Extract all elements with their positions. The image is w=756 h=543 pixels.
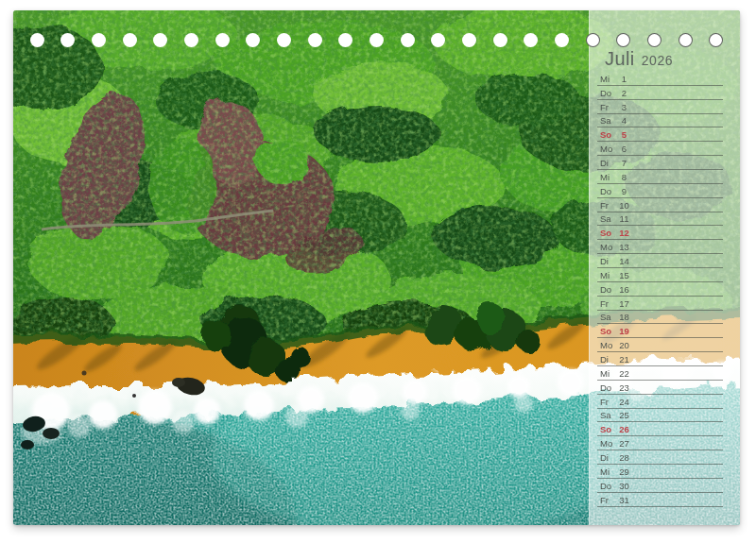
weekday-label: Fr: [600, 495, 616, 505]
binding-hole: [647, 33, 662, 47]
day-number: 17: [616, 298, 632, 309]
binding-holes: [13, 10, 740, 67]
binding-hole: [30, 33, 44, 47]
date-panel: Juli 2026 Mi 1 Do 2 Fr 3 Sa 4 So: [589, 10, 740, 525]
day-number: 27: [616, 438, 632, 449]
day-number: 24: [616, 397, 632, 407]
day-row: Mi 22: [597, 366, 723, 381]
weekday-label: Fr: [600, 200, 616, 211]
day-number: 22: [616, 368, 632, 379]
day-number: 8: [616, 172, 632, 182]
weekday-label: Di: [600, 158, 616, 168]
binding-hole: [215, 33, 230, 47]
day-number: 1: [616, 74, 632, 84]
day-row: Sa 25: [597, 409, 723, 423]
day-number: 5: [616, 129, 632, 140]
weekday-label: So: [600, 228, 616, 238]
day-row: So 26: [597, 422, 723, 436]
day-number: 3: [616, 102, 632, 112]
day-row: Sa 4: [597, 114, 723, 128]
weekday-label: Mo: [600, 242, 616, 252]
binding-hole: [493, 33, 507, 47]
weekday-label: Mi: [600, 172, 616, 182]
binding-hole: [60, 33, 75, 47]
day-row: Di 14: [597, 254, 723, 268]
day-row: Sa 18: [597, 311, 723, 325]
weekday-label: Mi: [600, 467, 616, 477]
day-row: Fr 17: [597, 297, 723, 311]
day-row: Do 9: [597, 184, 723, 198]
weekday-label: Sa: [600, 312, 616, 322]
binding-hole: [308, 33, 322, 47]
day-number: 31: [616, 495, 632, 505]
weekday-label: So: [600, 129, 616, 140]
day-number: 19: [616, 326, 632, 336]
weekday-label: Do: [600, 186, 616, 196]
day-row: Fr 10: [597, 198, 723, 212]
binding-hole: [679, 33, 693, 47]
weekday-label: Do: [600, 284, 616, 295]
binding-hole: [555, 33, 569, 47]
day-number: 10: [616, 200, 632, 211]
weekday-label: Sa: [600, 115, 616, 126]
day-row: Mi 29: [597, 465, 723, 479]
day-row: Do 2: [597, 86, 723, 100]
day-row: So 19: [597, 324, 723, 338]
day-row: Do 23: [597, 381, 723, 395]
weekday-label: Mo: [600, 438, 616, 449]
day-row: Fr 3: [597, 100, 723, 114]
binding-hole: [246, 33, 260, 47]
day-row: Mo 27: [597, 436, 723, 450]
binding-hole: [401, 33, 415, 47]
binding-hole: [184, 33, 198, 47]
binding-hole: [123, 33, 137, 47]
weekday-label: So: [600, 424, 616, 434]
day-row: Mi 15: [597, 268, 723, 282]
weekday-label: Sa: [600, 213, 616, 224]
day-number: 30: [616, 481, 632, 491]
weekday-label: Di: [600, 256, 616, 266]
day-number: 23: [616, 382, 632, 393]
day-number: 21: [616, 354, 632, 365]
day-number: 15: [616, 270, 632, 280]
day-number: 6: [616, 144, 632, 154]
day-row: Fr 24: [597, 395, 723, 409]
weekday-label: Do: [600, 88, 616, 98]
day-number: 2: [616, 88, 632, 98]
weekday-label: Mo: [600, 144, 616, 154]
calendar-page: Juli 2026 Mi 1 Do 2 Fr 3 Sa 4 So: [13, 10, 740, 525]
day-row: So 12: [597, 226, 723, 240]
day-number: 25: [616, 410, 632, 420]
day-row: Mi 1: [597, 72, 723, 86]
binding-hole: [277, 33, 291, 47]
weekday-label: Fr: [600, 102, 616, 112]
weekday-label: Mi: [600, 270, 616, 280]
day-number: 29: [616, 467, 632, 477]
binding-hole: [153, 33, 167, 47]
day-number: 7: [616, 158, 632, 168]
day-number: 20: [616, 340, 632, 350]
binding-hole: [369, 33, 384, 47]
weekday-label: Fr: [600, 298, 616, 309]
day-number: 28: [616, 452, 632, 463]
weekday-label: Mi: [600, 368, 616, 379]
day-number: 16: [616, 284, 632, 295]
weekday-label: Di: [600, 354, 616, 365]
day-row: So 5: [597, 127, 723, 142]
day-row: Di 21: [597, 352, 723, 366]
day-number: 18: [616, 312, 632, 322]
day-row: Fr 31: [597, 493, 723, 507]
binding-hole: [709, 33, 723, 47]
day-row: Sa 11: [597, 212, 723, 227]
binding-hole: [338, 33, 352, 47]
weekday-label: Do: [600, 481, 616, 491]
day-number: 13: [616, 242, 632, 252]
weekday-label: So: [600, 326, 616, 336]
day-row: Mi 8: [597, 170, 723, 184]
binding-hole: [586, 33, 600, 47]
binding-hole: [616, 33, 630, 47]
weekday-label: Mi: [600, 74, 616, 84]
binding-hole: [92, 33, 106, 47]
binding-hole: [462, 33, 476, 47]
binding-hole: [524, 33, 538, 47]
